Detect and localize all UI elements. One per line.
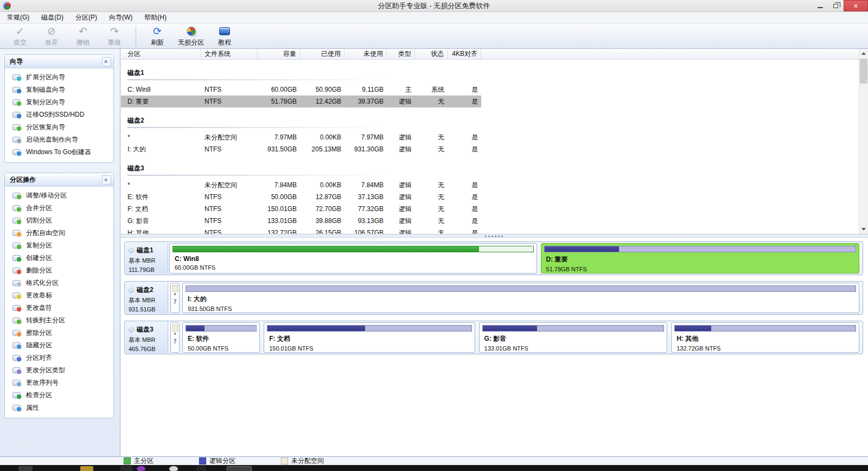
sidebar-item[interactable]: 格式化分区 [5,277,113,289]
sidebar-item-label: 转换到主分区 [26,316,65,325]
sidebar-item[interactable]: 迁移OS到SSD/HDD [5,109,113,121]
taskbar-start-button[interactable] [18,466,33,471]
cell: 7.84MB [344,181,387,189]
sidebar-item[interactable]: 启动光盘制作向导 [5,133,113,146]
sidebar-item[interactable]: 复制磁盘向导 [5,84,113,96]
partition-row[interactable]: D: 重要NTFS51.78GB12.42GB39.37GB逻辑无是 [121,96,481,107]
partition-block[interactable]: D: 重要51.78GB NTFS [541,243,859,273]
collapse-icon[interactable]: « [102,57,111,66]
column-header-7[interactable]: 状态 [415,49,448,59]
refresh-button[interactable]: ⟳刷新 [142,25,173,48]
sidebar-item[interactable]: 转换到主分区 [5,314,113,327]
minimize-button[interactable] [812,0,828,11]
column-header-3[interactable]: 容量 [258,49,300,59]
partition-block[interactable]: G: 影音133.01GB NTFS [479,322,668,353]
cell: 逻辑 [387,145,415,154]
partition-row[interactable]: F: 文档NTFS150.01GB72.70GB77.32GB逻辑无是 [121,203,481,215]
sidebar-item[interactable]: 分区对齐 [5,352,113,364]
sidebar-item[interactable]: Windows To Go创建器 [5,146,113,158]
sidebar-item[interactable]: 删除分区 [5,264,113,277]
partition-row[interactable]: *未分配空间7.84MB0.00KB7.84MB逻辑无是 [121,179,481,191]
disk-bus: 基本 MBR [129,296,166,304]
commit-button[interactable]: ✓提交 [4,25,36,48]
sidebar-item-label: 分区恢复向导 [26,123,65,132]
disk-group-header: 磁盘1 [121,67,868,80]
unallocated-strip[interactable]: *7 [170,283,180,313]
column-header-5[interactable]: 未使用 [344,49,387,59]
menu-item-4[interactable]: 向导(W) [103,11,138,24]
partition-block[interactable]: C: Win860.00GB NTFS [169,243,537,273]
sidebar-item[interactable]: 扩展分区向导 [5,71,113,84]
restore-button[interactable] [828,0,844,11]
partition-block[interactable]: E: 软件50.00GB NTFS [182,322,260,353]
taskbar-icon[interactable] [120,466,132,471]
vertical-scrollbar[interactable] [859,49,868,234]
menu-item-5[interactable]: 帮助(H) [138,11,173,24]
sidebar-item[interactable]: 隐藏分区 [5,339,113,352]
partition-row[interactable]: *未分配空间7.97MB0.00KB7.97MB逻辑无是 [121,131,481,143]
partition-row[interactable]: H: 其他NTFS132.72GB26.15GB106.57GB逻辑无是 [121,227,481,234]
sidebar-item[interactable]: 更改卷标 [5,289,113,302]
sidebar-item[interactable]: 擦除分区 [5,327,113,339]
sidebar-item[interactable]: 调整/移动分区 [5,189,113,202]
partition-row[interactable]: I: 大的NTFS931.50GB205.13MB931.30GB逻辑无是 [121,143,481,155]
legend-label: 逻辑分区 [209,456,235,466]
taskbar-icon[interactable] [137,466,145,471]
sidebar-item[interactable]: 复制分区向导 [5,96,113,109]
column-header-6[interactable]: 类型 [387,49,415,59]
sidebar-panel-header[interactable]: 向导« [5,55,113,68]
cell: 是 [448,193,481,202]
taskbar-active-app[interactable] [227,466,252,471]
redo-button[interactable]: ↷重做 [99,25,130,48]
sidebar-item[interactable]: 更改盘符 [5,302,113,314]
undo-button[interactable]: ↶撤销 [67,25,99,48]
menu-item-2[interactable]: 磁盘(D) [35,11,69,24]
taskbar-icon[interactable] [169,466,178,471]
sidebar-item[interactable]: 复制分区 [5,239,113,252]
menu-item-3[interactable]: 分区(P) [69,11,103,24]
partition-block[interactable]: F: 文档150.01GB NTFS [264,322,475,353]
cell: 26.15GB [300,229,344,234]
disk-info[interactable]: 磁盘2基本 MBR931.51GB [125,282,168,314]
sidebar-item[interactable]: 创建分区 [5,252,113,264]
collapse-icon[interactable]: « [102,175,111,184]
partition-row[interactable]: C: Win8NTFS60.00GB50.90GB9.11GB主系统是 [121,84,481,96]
tutorial-button[interactable]: 教程 [209,25,240,48]
sidebar-item-label: 合并分区 [26,203,52,213]
cell: 51.78GB [258,98,300,105]
main-area: 向导«扩展分区向导复制磁盘向导复制分区向导迁移OS到SSD/HDD分区恢复向导启… [0,49,868,456]
taskbar-icon[interactable] [80,466,93,471]
sidebar-item[interactable]: 分配自由空间 [5,227,113,239]
sidebar-item[interactable]: 属性 [5,402,113,414]
scroll-down-button[interactable] [859,225,868,234]
disk-info[interactable]: 磁盘3基本 MBR465.76GB [125,322,168,353]
usage-fill [675,326,711,331]
column-header-2[interactable]: 文件系统 [201,49,258,59]
discard-button[interactable]: ⊘放弃 [36,25,67,48]
sidebar-item[interactable]: 分区恢复向导 [5,121,113,133]
sidebar-item-label: 复制分区向导 [26,98,65,107]
pane-splitter[interactable] [121,234,868,238]
partition-block[interactable]: H: 其他132.72GB NTFS [671,322,859,353]
sidebar-panel-header[interactable]: 分区操作« [5,173,113,187]
sidebar-item[interactable]: 更改序列号 [5,377,113,389]
sidebar-item[interactable]: 切割分区 [5,214,113,227]
partition-row[interactable]: G: 影音NTFS133.01GB39.88GB93.13GB逻辑无是 [121,215,481,227]
sidebar-item-icon [12,380,21,386]
unallocated-strip[interactable]: *7 [170,322,180,353]
partition-block[interactable]: I: 大的931.50GB NTFS [182,283,859,313]
sidebar-item[interactable]: 检查分区 [5,389,113,402]
partition-row[interactable]: E: 软件NTFS50.00GB12.87GB37.13GB逻辑无是 [121,191,481,203]
column-header-4[interactable]: 已使用 [300,49,344,59]
column-header-1[interactable]: 分区 [124,49,201,59]
close-button[interactable]: × [844,0,868,11]
sidebar-item[interactable]: 更改分区类型 [5,364,113,377]
scroll-up-button[interactable] [859,49,868,58]
scrollbar-thumb[interactable] [860,59,867,84]
lossless-partition-button[interactable]: 无损分区 [173,25,209,48]
column-header-8[interactable]: 4KB对齐 [448,49,481,59]
menu-item-1[interactable]: 常规(G) [1,11,35,24]
disk-info[interactable]: 磁盘1基本 MBR111.79GB [125,243,168,274]
sidebar-item[interactable]: 合并分区 [5,202,113,214]
taskbar-icon[interactable] [196,466,206,471]
